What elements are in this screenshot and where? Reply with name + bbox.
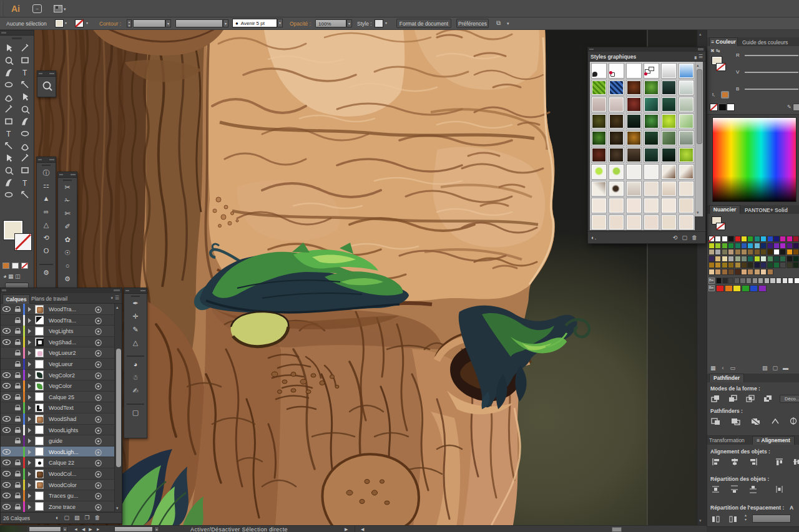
svg-text:T: T (22, 69, 27, 77)
svg-text:T: T (22, 179, 27, 188)
svg-text:T: T (6, 130, 11, 138)
